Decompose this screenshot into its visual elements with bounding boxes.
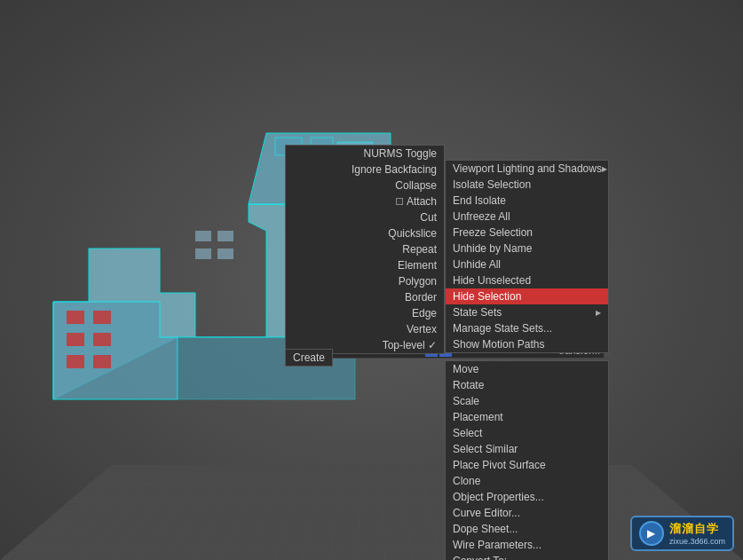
submenu-viewport-lighting[interactable]: Viewport Lighting and Shadows (446, 161, 608, 177)
context-menu-left: NURMS Toggle Ignore Backfacing Collapse … (285, 145, 445, 354)
submenu-curve-editor[interactable]: Curve Editor... (446, 505, 608, 521)
svg-rect-11 (217, 231, 233, 241)
menu-collapse[interactable]: Collapse (286, 177, 444, 193)
submenu-select-similar[interactable]: Select Similar (446, 441, 608, 457)
submenu-unhide-all[interactable]: Unhide All (446, 256, 608, 272)
menu-ignore-backfacing[interactable]: Ignore Backfacing (286, 162, 444, 177)
viewport: NURMS Toggle Ignore Backfacing Collapse … (0, 0, 743, 560)
submenu-freeze-selection[interactable]: Freeze Selection (446, 225, 608, 241)
submenu-dope-sheet[interactable]: Dope Sheet... (446, 521, 608, 537)
watermark: ▶ 溜溜自学 zixue.3d66.com (630, 516, 734, 551)
submenu-select[interactable]: Select (446, 425, 608, 441)
menu-polygon[interactable]: Polygon (286, 273, 444, 289)
watermark-line2: zixue.3d66.com (669, 537, 725, 546)
submenu-manage-state-sets[interactable]: Manage State Sets... (446, 320, 608, 336)
svg-rect-13 (217, 248, 233, 259)
menu-nurms-toggle[interactable]: NURMS Toggle (286, 146, 444, 162)
watermark-play-icon: ▶ (639, 521, 664, 546)
submenu-clone[interactable]: Clone (446, 473, 608, 489)
submenu-unhide-by-name[interactable]: Unhide by Name (446, 241, 608, 256)
context-menu-right-upper: Viewport Lighting and Shadows Isolate Se… (445, 160, 609, 353)
watermark-text: 溜溜自学 zixue.3d66.com (669, 521, 725, 546)
submenu-placement[interactable]: Placement (446, 409, 608, 425)
svg-rect-7 (93, 333, 111, 346)
submenu-state-sets[interactable]: State Sets (446, 304, 608, 320)
menu-edge[interactable]: Edge (286, 305, 444, 321)
svg-rect-5 (93, 311, 111, 324)
submenu-rotate[interactable]: Rotate (446, 377, 608, 393)
menu-border[interactable]: Border (286, 289, 444, 305)
submenu-end-isolate[interactable]: End Isolate (446, 193, 608, 209)
watermark-line1: 溜溜自学 (669, 521, 725, 537)
menu-attach[interactable]: Attach (286, 193, 444, 209)
context-menu-right-lower: Move Rotate Scale Placement Select Selec… (445, 360, 609, 560)
svg-rect-8 (67, 355, 84, 368)
submenu-place-pivot-surface[interactable]: Place Pivot Surface (446, 457, 608, 473)
submenu-unfreeze-all[interactable]: Unfreeze All (446, 209, 608, 225)
submenu-hide-selection[interactable]: Hide Selection (446, 288, 608, 304)
attach-indicator (396, 198, 403, 205)
svg-rect-4 (67, 311, 84, 324)
svg-rect-10 (195, 231, 211, 241)
submenu-wire-parameters[interactable]: Wire Parameters... (446, 537, 608, 553)
menu-cut[interactable]: Cut (286, 209, 444, 225)
submenu-object-properties[interactable]: Object Properties... (446, 489, 608, 505)
submenu-move[interactable]: Move (446, 361, 608, 377)
submenu-scale[interactable]: Scale (446, 393, 608, 409)
submenu-show-motion-paths[interactable]: Show Motion Paths (446, 336, 608, 352)
submenu-convert-to[interactable]: Convert To: (446, 553, 608, 560)
svg-rect-12 (195, 248, 211, 259)
menu-vertex[interactable]: Vertex (286, 321, 444, 337)
create-button[interactable]: Create (293, 351, 325, 364)
submenu-isolate-selection[interactable]: Isolate Selection (446, 177, 608, 193)
menu-quickslice[interactable]: Quickslice (286, 225, 444, 241)
submenu-hide-unselected[interactable]: Hide Unselected (446, 272, 608, 288)
menu-element[interactable]: Element (286, 257, 444, 273)
menu-repeat[interactable]: Repeat (286, 241, 444, 257)
svg-rect-6 (67, 333, 84, 346)
svg-rect-9 (93, 355, 111, 368)
